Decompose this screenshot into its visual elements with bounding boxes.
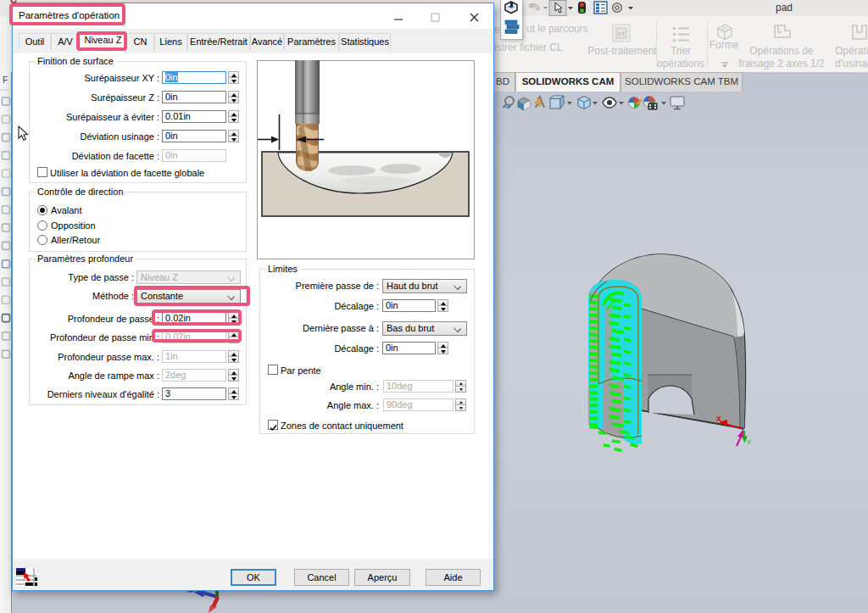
svg-text:pad: pad <box>776 2 793 14</box>
svg-text:Y: Y <box>747 438 752 446</box>
svg-text:F: F <box>3 75 8 85</box>
svg-text:GT: GT <box>618 31 626 36</box>
svg-text:X: X <box>716 415 721 423</box>
